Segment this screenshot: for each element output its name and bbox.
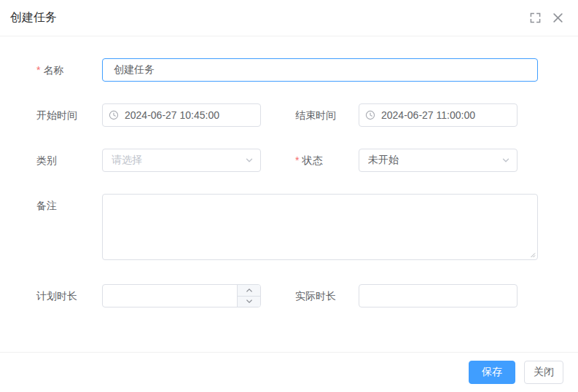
header-actions	[528, 11, 565, 25]
duration-row: 计划时长 实际时长	[36, 284, 578, 307]
status-select[interactable]: 未开始	[359, 149, 518, 172]
required-asterisk: *	[36, 64, 40, 76]
decrease-button[interactable]	[238, 297, 260, 307]
dialog-header: 创建任务	[0, 0, 578, 36]
time-row: 开始时间 结束时间	[36, 103, 578, 127]
create-task-dialog: 创建任务 *名称 开始时间	[0, 0, 578, 392]
dialog-body: *名称 开始时间 结束时间	[0, 58, 578, 307]
planned-duration-field	[102, 284, 261, 307]
remark-textarea[interactable]	[102, 194, 538, 260]
name-label-text: 名称	[43, 64, 63, 76]
close-button[interactable]: 关闭	[524, 361, 563, 384]
planned-duration-label: 计划时长	[36, 284, 102, 307]
category-select-value: 请选择	[112, 154, 142, 167]
save-button[interactable]: 保存	[469, 361, 515, 384]
end-time-input[interactable]	[359, 103, 518, 127]
actual-duration-input[interactable]	[359, 284, 518, 307]
fullscreen-icon[interactable]	[528, 11, 542, 25]
task-name-input[interactable]	[102, 58, 538, 82]
required-asterisk: *	[295, 154, 299, 166]
end-time-label: 结束时间	[295, 103, 359, 127]
dialog-title: 创建任务	[10, 10, 57, 26]
name-label: *名称	[36, 58, 102, 82]
select-row: 类别 请选择 *状态 未开始	[36, 149, 578, 172]
start-time-input[interactable]	[102, 103, 261, 127]
start-time-picker	[102, 103, 261, 127]
actual-duration-label: 实际时长	[295, 284, 359, 307]
category-label: 类别	[36, 149, 102, 172]
status-label-text: 状态	[302, 154, 322, 166]
increase-button[interactable]	[238, 285, 260, 297]
dialog-footer: 保存 关闭	[0, 352, 578, 392]
number-stepper	[237, 285, 260, 307]
chevron-down-icon	[245, 156, 254, 165]
remark-row: 备注	[36, 194, 578, 260]
resize-handle-icon[interactable]	[528, 251, 536, 258]
category-select[interactable]: 请选择	[102, 149, 261, 172]
start-time-label: 开始时间	[36, 103, 102, 127]
close-icon[interactable]	[551, 11, 565, 25]
status-select-value: 未开始	[368, 154, 399, 167]
remark-field	[102, 194, 538, 260]
status-label: *状态	[295, 149, 359, 172]
arrow-down-icon	[246, 298, 253, 305]
end-time-picker	[359, 103, 518, 127]
remark-label: 备注	[36, 194, 102, 217]
name-row: *名称	[36, 58, 578, 82]
arrow-up-icon	[246, 287, 253, 294]
chevron-down-icon	[501, 156, 510, 165]
